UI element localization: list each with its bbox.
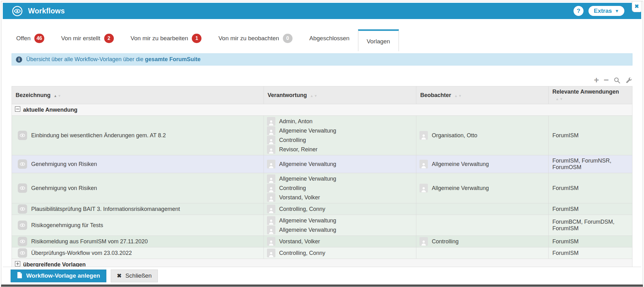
workflow-row[interactable]: Plausibilitätsprüfung BAIT 3. Informatio… <box>12 203 632 215</box>
person-name: Controlling <box>279 185 306 192</box>
responsible-person: Controlling, Conny <box>267 248 413 258</box>
anwendungen-cell: ForumBCM, ForumDSM, ForumISM <box>549 215 632 236</box>
sort-icons: ▲▼ <box>310 94 317 98</box>
person-name: Vorstand, Volker <box>279 238 320 245</box>
window-close-button[interactable]: ✖ <box>632 1 642 12</box>
collapse-icon[interactable] <box>15 106 20 113</box>
workflow-row[interactable]: Risikogenehmigung für TestsAllgemeine Ve… <box>12 215 632 236</box>
workflow-title: Risikogenehmigung für Tests <box>31 222 103 229</box>
sort-icons: ▲▼ <box>54 94 61 98</box>
column-header-label: Beobachter <box>420 92 451 98</box>
column-header-beobachter[interactable]: Beobachter▲▼ <box>416 86 549 104</box>
workflow-row[interactable]: Genehmigung von RisikenAllgemeine Verwal… <box>12 173 632 203</box>
person-icon <box>267 136 275 144</box>
verantwortung-cell: Allgemeine Verwaltung <box>264 155 416 173</box>
person-icon <box>419 184 428 192</box>
eye-icon <box>18 183 27 193</box>
applications-text: ForumISM <box>549 130 632 141</box>
plus-icon[interactable]: + <box>594 77 599 83</box>
tab-von-mir-erstellt[interactable]: Von mir erstellt2 <box>53 32 122 45</box>
document-icon <box>17 272 22 280</box>
tab-vorlagen[interactable]: Vorlagen <box>358 29 399 51</box>
eye-icon <box>18 221 27 230</box>
group-row-aktuelle-anwendung[interactable]: aktuelle Anwendung <box>12 104 632 116</box>
person-name: Allgemeine Verwaltung <box>279 176 336 182</box>
help-button[interactable]: ? <box>574 6 583 16</box>
info-icon: i <box>16 56 22 63</box>
tab-von-mir-zu-bearbeiten[interactable]: Von mir zu bearbeiten1 <box>122 32 210 45</box>
responsible-person: Controlling <box>267 183 413 193</box>
tab-label: Abgeschlossen <box>309 35 350 42</box>
person-icon <box>267 216 275 225</box>
beobachter-cell: Allgemeine Verwaltung <box>416 155 549 173</box>
table-header-row: Bezeichnung▲▼Verantwortung▲▼Beobachter▲▼… <box>12 86 632 104</box>
verantwortung-cell: Admin, AntonAllgemeine VerwaltungControl… <box>264 116 416 155</box>
workflow-row[interactable]: Genehmigung von RisikenAllgemeine Verwal… <box>12 155 632 173</box>
person-icon <box>267 174 275 183</box>
beobachter-cell: Allgemeine Verwaltung <box>416 173 549 203</box>
beobachter-cell <box>416 247 549 259</box>
beobachter-cell: Controlling <box>416 236 549 247</box>
tab-von-mir-zu-beobachten[interactable]: Von mir zu beobachten0 <box>210 32 301 45</box>
anwendungen-cell: ForumISM <box>549 116 632 155</box>
person-icon <box>419 131 428 140</box>
person-name: Controlling, Conny <box>279 250 325 256</box>
column-header-relevante-anwendungen[interactable]: Relevante Anwendungen▲▼ <box>549 86 632 104</box>
workflow-row[interactable]: Überprüfungs-Workflow vom 23.03.2022Cont… <box>12 247 632 259</box>
person-name: Allgemeine Verwaltung <box>279 128 336 134</box>
anwendungen-cell: ForumISM <box>549 203 632 215</box>
observer-person: Organisation, Otto <box>419 131 545 140</box>
person-name: Allgemeine Verwaltung <box>432 161 489 168</box>
anwendungen-cell: ForumISM <box>549 247 632 259</box>
person-icon <box>267 145 275 154</box>
workflow-title: Plausibilitätsprüfung BAIT 3. Informatio… <box>31 206 180 212</box>
applications-text: ForumISM, ForumNSR, ForumOSM <box>549 155 632 173</box>
workflow-row[interactable]: Einbindung bei wesentlichen Änderungen g… <box>12 116 632 155</box>
tab-offen[interactable]: Offen46 <box>8 32 53 45</box>
create-workflow-template-button[interactable]: Workflow-Vorlage anlegen <box>11 270 106 282</box>
responsible-person: Controlling <box>267 135 413 145</box>
bezeichnung-cell: Risikomeldung aus ForumISM vom 27.11.202… <box>12 236 264 247</box>
close-button[interactable]: ✖ Schließen <box>111 270 158 282</box>
verantwortung-cell: Allgemeine VerwaltungControllingVorstand… <box>264 173 416 203</box>
tab-label: Von mir erstellt <box>61 35 100 42</box>
column-header-label: Bezeichnung <box>16 92 51 98</box>
column-header-verantwortung[interactable]: Verantwortung▲▼ <box>264 86 416 104</box>
workflow-table: Bezeichnung▲▼Verantwortung▲▼Beobachter▲▼… <box>12 86 632 282</box>
tab-label: Von mir zu bearbeiten <box>131 35 188 42</box>
sort-desc-icon: ▼ <box>559 97 563 101</box>
workflow-title: Risikomeldung aus ForumISM vom 27.11.202… <box>31 238 148 245</box>
table-body: aktuelle AnwendungEinbindung bei wesentl… <box>12 104 632 282</box>
sort-icons: ▲▼ <box>454 94 462 98</box>
responsible-person: Vorstand, Volker <box>267 193 413 202</box>
applications-text: ForumISM <box>549 183 632 194</box>
info-text: Übersicht über alle Workflow-Vorlagen üb… <box>26 56 201 63</box>
extras-button[interactable]: Extras ▼ <box>588 6 624 16</box>
eye-icon <box>18 248 27 258</box>
tab-bar: Offen46Von mir erstellt2Von mir zu bearb… <box>1 27 643 48</box>
observer-person: Controlling <box>419 237 545 246</box>
column-header-bezeichnung[interactable]: Bezeichnung▲▼ <box>12 86 264 104</box>
bezeichnung-cell: Genehmigung von Risiken <box>12 155 264 173</box>
search-icon[interactable] <box>613 77 621 84</box>
tab-badge: 2 <box>104 34 114 43</box>
responsible-person: Allgemeine Verwaltung <box>267 126 413 135</box>
verantwortung-cell: Allgemeine VerwaltungAllgemeine Verwaltu… <box>264 215 416 236</box>
tab-label: Vorlagen <box>367 38 390 45</box>
eye-icon <box>18 159 27 169</box>
sort-desc-icon: ▼ <box>458 94 462 98</box>
tab-badge: 0 <box>283 34 293 43</box>
person-name: Allgemeine Verwaltung <box>279 161 336 168</box>
beobachter-cell: Organisation, Otto <box>416 116 549 155</box>
person-name: Controlling <box>432 238 458 245</box>
wrench-icon[interactable] <box>625 77 632 84</box>
person-name: Allgemeine Verwaltung <box>279 227 336 233</box>
minus-icon[interactable]: − <box>604 77 609 83</box>
verantwortung-cell: Controlling, Conny <box>264 247 416 259</box>
sort-desc-icon: ▼ <box>314 94 317 98</box>
workflow-row[interactable]: Risikomeldung aus ForumISM vom 27.11.202… <box>12 236 632 247</box>
close-icon: ✖ <box>634 3 639 10</box>
bezeichnung-cell: Einbindung bei wesentlichen Änderungen g… <box>12 116 264 155</box>
tab-badge: 1 <box>192 34 201 43</box>
tab-abgeschlossen[interactable]: Abgeschlossen <box>301 32 358 45</box>
